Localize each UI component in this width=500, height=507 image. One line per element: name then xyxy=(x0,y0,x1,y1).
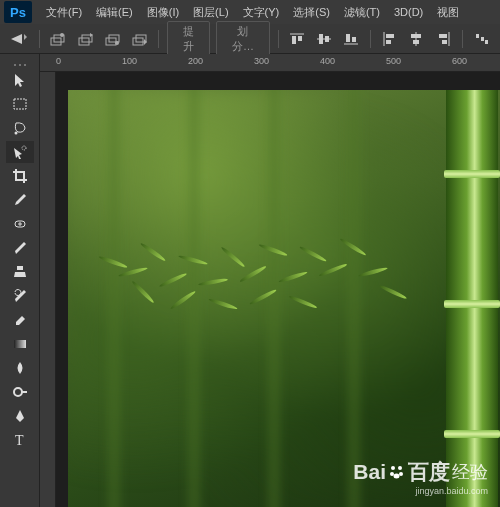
watermark: Bai 百度 经验 jingyan.baidu.com xyxy=(353,458,488,496)
svg-rect-40 xyxy=(17,266,23,270)
eyedropper-tool[interactable] xyxy=(6,189,34,211)
blur-tool[interactable] xyxy=(6,357,34,379)
divider xyxy=(158,30,159,48)
divide-button[interactable]: 划分… xyxy=(216,21,270,57)
ruler-mark: 400 xyxy=(320,56,335,66)
document-canvas[interactable]: Bai 百度 经验 jingyan.baidu.com xyxy=(68,90,500,507)
svg-text:T: T xyxy=(15,433,24,448)
vertical-ruler[interactable] xyxy=(40,72,56,507)
divider xyxy=(462,30,463,48)
svg-rect-12 xyxy=(298,36,302,41)
image-detail xyxy=(444,300,500,308)
spot-healing-brush-tool[interactable] xyxy=(6,213,34,235)
auto-select-layers-icon[interactable] xyxy=(48,28,69,50)
image-detail xyxy=(444,430,500,438)
divider xyxy=(39,30,40,48)
svg-rect-17 xyxy=(346,34,350,42)
svg-rect-15 xyxy=(325,36,329,42)
svg-point-45 xyxy=(391,466,395,470)
menu-image[interactable]: 图像(I) xyxy=(141,2,185,23)
menu-filter[interactable]: 滤镜(T) xyxy=(338,2,386,23)
pen-tool[interactable] xyxy=(6,405,34,427)
menu-text[interactable]: 文字(Y) xyxy=(237,2,286,23)
align-vertical-centers-icon[interactable] xyxy=(314,28,335,50)
show-transform-controls-icon[interactable] xyxy=(75,28,96,50)
app-logo: Ps xyxy=(4,1,32,23)
svg-rect-14 xyxy=(319,34,323,44)
menu-select[interactable]: 选择(S) xyxy=(287,2,336,23)
svg-point-42 xyxy=(14,388,22,396)
align-bottom-edges-icon[interactable] xyxy=(341,28,362,50)
ruler-mark: 0 xyxy=(56,56,61,66)
svg-point-2 xyxy=(60,33,64,37)
options-bar: 提升 划分… xyxy=(0,24,500,54)
menu-edit[interactable]: 编辑(E) xyxy=(90,2,139,23)
watermark-url: jingyan.baidu.com xyxy=(353,486,488,496)
svg-rect-41 xyxy=(14,340,26,348)
svg-point-36 xyxy=(22,146,26,150)
svg-rect-21 xyxy=(386,40,391,44)
svg-point-46 xyxy=(398,466,402,470)
align-right-edges-icon[interactable] xyxy=(433,28,454,50)
svg-point-31 xyxy=(14,64,16,66)
svg-point-48 xyxy=(399,472,403,476)
svg-rect-18 xyxy=(352,37,356,42)
toolbox-handle-icon[interactable] xyxy=(13,58,27,64)
gradient-tool[interactable] xyxy=(6,333,34,355)
align-horizontal-centers-icon[interactable] xyxy=(406,28,427,50)
svg-point-49 xyxy=(394,474,400,479)
menu-file[interactable]: 文件(F) xyxy=(40,2,88,23)
horizontal-type-tool[interactable]: T xyxy=(6,429,34,451)
watermark-brand: Bai xyxy=(353,460,386,484)
svg-rect-27 xyxy=(442,40,447,44)
align-left-edges-icon[interactable] xyxy=(379,28,400,50)
svg-rect-26 xyxy=(439,34,447,38)
rectangular-marquee-tool[interactable] xyxy=(6,93,34,115)
align-top-edges-icon[interactable] xyxy=(287,28,308,50)
menu-view[interactable]: 视图 xyxy=(431,2,465,23)
paw-icon xyxy=(388,463,406,481)
ruler-mark: 100 xyxy=(122,56,137,66)
quick-selection-tool[interactable] xyxy=(6,141,34,163)
ruler-mark: 500 xyxy=(386,56,401,66)
divider xyxy=(370,30,371,48)
svg-rect-24 xyxy=(413,40,419,44)
ruler-mark: 300 xyxy=(254,56,269,66)
svg-rect-11 xyxy=(292,36,296,44)
distribute-icon[interactable] xyxy=(471,28,492,50)
promote-button[interactable]: 提升 xyxy=(167,21,210,57)
layer-group-icon[interactable] xyxy=(102,28,123,50)
horizontal-ruler[interactable]: 0 100 200 300 400 500 600 xyxy=(40,54,500,72)
brush-tool[interactable] xyxy=(6,237,34,259)
svg-rect-28 xyxy=(476,34,479,38)
lasso-tool[interactable] xyxy=(6,117,34,139)
svg-rect-23 xyxy=(411,34,421,38)
svg-point-32 xyxy=(19,64,21,66)
watermark-brand-cn: 百度 xyxy=(408,458,450,486)
ruler-mark: 200 xyxy=(188,56,203,66)
canvas-area[interactable]: Bai 百度 经验 jingyan.baidu.com xyxy=(56,72,500,507)
svg-point-35 xyxy=(14,132,17,135)
svg-point-33 xyxy=(24,64,26,66)
clone-stamp-tool[interactable] xyxy=(6,261,34,283)
history-brush-tool[interactable] xyxy=(6,285,34,307)
image-detail xyxy=(444,170,500,178)
image-leaves xyxy=(88,230,408,350)
svg-point-47 xyxy=(390,472,394,476)
layer-all-icon[interactable] xyxy=(129,28,150,50)
svg-rect-29 xyxy=(481,37,484,41)
svg-point-7 xyxy=(115,41,119,45)
tool-preset-picker[interactable] xyxy=(8,28,31,50)
divider xyxy=(278,30,279,48)
dodge-tool[interactable] xyxy=(6,381,34,403)
svg-rect-30 xyxy=(485,40,488,44)
eraser-tool[interactable] xyxy=(6,309,34,331)
crop-tool[interactable] xyxy=(6,165,34,187)
move-tool[interactable] xyxy=(6,69,34,91)
toolbox: T xyxy=(0,54,40,507)
ruler-mark: 600 xyxy=(452,56,467,66)
svg-rect-20 xyxy=(386,34,394,38)
menu-3d[interactable]: 3D(D) xyxy=(388,3,429,21)
menu-layer[interactable]: 图层(L) xyxy=(187,2,234,23)
svg-rect-34 xyxy=(14,99,26,109)
